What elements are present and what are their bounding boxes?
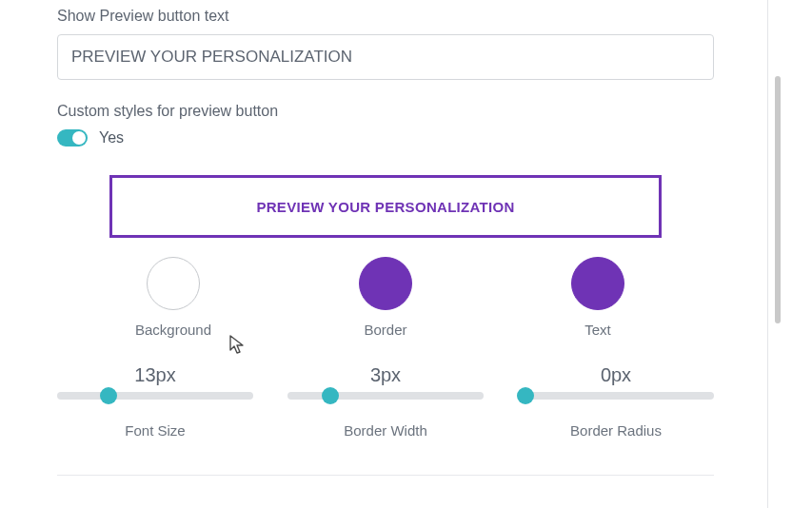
border-color-swatch[interactable] [359,257,412,310]
background-color-label: Background [135,322,211,338]
slider-thumb[interactable] [100,387,117,404]
border-width-slider[interactable] [287,392,484,400]
font-size-slider[interactable] [57,392,253,400]
border-width-value: 3px [370,364,401,386]
border-radius-slider[interactable] [518,392,714,400]
preview-text-label: Show Preview button text [57,8,714,25]
text-color-swatch[interactable] [571,257,624,310]
section-divider [57,475,714,476]
border-width-label: Border Width [344,422,427,439]
text-color-label: Text [584,322,611,338]
preview-text-input[interactable] [57,34,714,80]
preview-button[interactable]: PREVIEW YOUR PERSONALIZATION [109,175,662,238]
scrollbar[interactable] [775,76,781,323]
border-radius-value: 0px [601,364,631,386]
slider-thumb[interactable] [322,387,339,404]
settings-panel: Show Preview button text Custom styles f… [0,0,768,508]
toggle-value-label: Yes [99,129,124,147]
border-color-label: Border [364,322,406,338]
font-size-label: Font Size [125,422,185,439]
background-color-swatch[interactable] [147,257,200,310]
custom-styles-toggle[interactable] [57,129,88,147]
slider-thumb[interactable] [517,387,534,404]
custom-styles-label: Custom styles for preview button [57,103,714,120]
toggle-knob [72,131,86,145]
font-size-value: 13px [134,364,175,386]
border-radius-label: Border Radius [570,422,662,439]
